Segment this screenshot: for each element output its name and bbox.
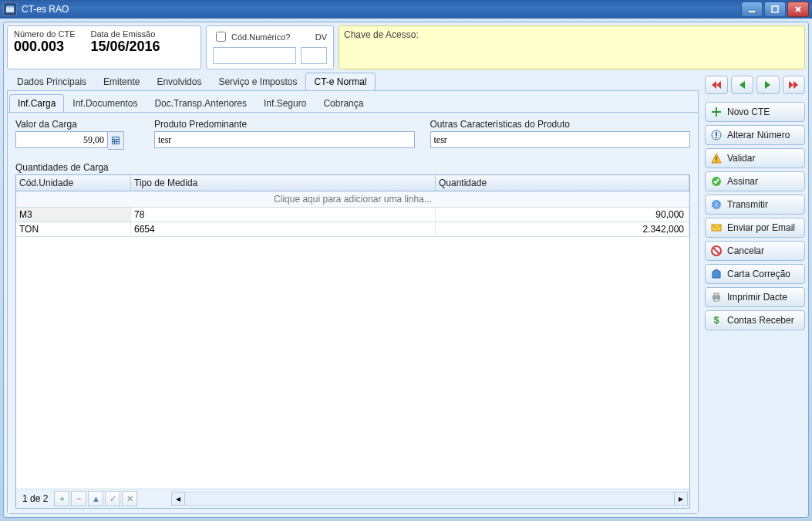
window-title: CT-es RAO [22, 4, 69, 15]
grid-header: Cód.Unidade Tipo de Medida Quantidade [16, 175, 689, 191]
grid-cancel-button[interactable]: ✕ [122, 491, 137, 506]
grid-up-button[interactable]: ▲ [88, 491, 103, 506]
valor-input[interactable] [15, 131, 108, 148]
grid-footer-count: 1 de 2 [18, 493, 52, 504]
side-button-alterar-número[interactable]: Alterar Número [705, 125, 805, 145]
grid: Cód.Unidade Tipo de Medida Quantidade Cl… [15, 174, 690, 509]
tab-main-4[interactable]: CT-e Normal [305, 73, 375, 90]
main-tab-body: Inf.CargaInf.DocumentosDoc.Transp.Anteri… [7, 91, 699, 514]
nav-last-button[interactable] [783, 76, 806, 94]
side-button-validar[interactable]: Validar [705, 148, 805, 168]
side-button-label: Transmitir [727, 199, 800, 210]
dv-label: DV [315, 32, 327, 42]
svg-rect-5 [113, 137, 119, 139]
grid-header-quantidade[interactable]: Quantidade [436, 175, 689, 191]
tab-sub-3[interactable]: Inf.Seguro [255, 94, 315, 112]
tab-main-1[interactable]: Emitente [95, 73, 148, 90]
app-icon [3, 2, 17, 16]
cod-numerico-checkbox[interactable] [216, 32, 226, 42]
svg-rect-0 [7, 7, 14, 12]
sub-tabrow: Inf.CargaInf.DocumentosDoc.Transp.Anteri… [8, 91, 698, 113]
svg-rect-13 [716, 132, 717, 136]
numero-label: Número do CTE [14, 29, 75, 39]
side-button-imprimir-dacte[interactable]: Imprimir Dacte [705, 287, 805, 307]
svg-rect-2 [749, 11, 755, 12]
cell-tipo[interactable]: 78 [131, 208, 436, 222]
client-area: Número do CTE 000.003 Data de Emissão 15… [3, 22, 809, 518]
tab-sub-2[interactable]: Doc.Transp.Anteriores [146, 94, 255, 112]
side-button-assinar[interactable]: Assinar [705, 171, 805, 191]
cod-numerico-label: Cód.Numérico? [231, 32, 290, 42]
warn-icon [710, 152, 723, 164]
cell-unidade[interactable]: TON [16, 222, 131, 236]
money-icon: $ [710, 314, 723, 326]
side-button-carta-correção[interactable]: Carta Correção [705, 264, 805, 284]
tab-main-3[interactable]: Serviço e Impostos [210, 73, 305, 90]
side-button-contas-receber[interactable]: $Contas Receber [705, 310, 805, 330]
side-button-label: Contas Receber [727, 315, 800, 326]
cancel-icon [710, 245, 723, 257]
svg-rect-9 [113, 142, 114, 144]
tab-sub-1[interactable]: Inf.Documentos [64, 94, 146, 112]
printer-icon [710, 291, 723, 303]
svg-rect-22 [714, 293, 719, 296]
grid-header-unidade[interactable]: Cód.Unidade [16, 175, 131, 191]
svg-rect-6 [113, 140, 114, 141]
plus-green-icon [710, 106, 723, 118]
main-area: Dados PrincipaisEmitenteEnvolvidosServiç… [7, 73, 805, 514]
table-row[interactable]: M37890,000 [16, 208, 689, 222]
grid-confirm-button[interactable]: ✓ [105, 491, 120, 506]
svg-rect-14 [716, 137, 717, 138]
valor-label: Valor da Carga [15, 119, 139, 130]
side-button-novo-cte[interactable]: Novo CTE [705, 102, 805, 122]
header-numero-panel: Número do CTE 000.003 Data de Emissão 15… [7, 25, 201, 69]
side-button-transmitir[interactable]: Transmitir [705, 195, 805, 215]
dv-input[interactable] [301, 47, 327, 64]
maximize-button[interactable] [764, 2, 786, 17]
svg-rect-11 [117, 142, 119, 144]
produto-label: Produto Predominante [154, 119, 415, 130]
cod-numerico-input[interactable] [213, 47, 296, 64]
svg-rect-8 [117, 140, 119, 141]
tab-sub-4[interactable]: Cobrança [315, 94, 372, 112]
minimize-button[interactable] [741, 2, 763, 17]
scroll-left-icon[interactable]: ◂ [171, 492, 185, 506]
close-button[interactable] [787, 2, 809, 17]
side-button-enviar-por-email[interactable]: Enviar por Email [705, 218, 805, 238]
nav-first-button[interactable] [705, 76, 728, 94]
calculator-icon[interactable] [108, 131, 124, 150]
cell-quantidade[interactable]: 2.342,000 [436, 222, 689, 236]
doc-icon [710, 268, 723, 280]
cell-tipo[interactable]: 6654 [131, 222, 436, 236]
svg-rect-3 [772, 6, 778, 12]
outras-input[interactable] [430, 131, 691, 148]
grid-body: M37890,000TON66542.342,000 [16, 208, 689, 489]
tab-main-2[interactable]: Envolvidos [148, 73, 210, 90]
grid-remove-button[interactable]: − [71, 491, 86, 506]
cell-quantidade[interactable]: 90,000 [436, 208, 689, 222]
tab-sub-0[interactable]: Inf.Carga [9, 94, 64, 112]
chave-label: Chave de Acesso: [344, 29, 419, 40]
nav-next-button[interactable] [756, 76, 780, 94]
grid-hscrollbar[interactable]: ◂ ▸ [171, 492, 688, 506]
tab-main-0[interactable]: Dados Principais [8, 73, 95, 90]
grid-add-row[interactable]: Clique aqui para adicionar uma linha... [16, 191, 689, 208]
grid-add-button[interactable]: + [54, 491, 69, 506]
grid-title: Quantidades de Carga [15, 162, 690, 173]
svg-rect-15 [716, 157, 717, 160]
side-button-label: Cancelar [727, 245, 800, 256]
check-green-icon [710, 175, 723, 188]
grid-footer: 1 de 2 + − ▲ ✓ ✕ ◂ [16, 489, 689, 508]
table-row[interactable]: TON66542.342,000 [16, 222, 689, 237]
data-emissao-value: 15/06/2016 [90, 39, 160, 55]
side-button-label: Novo CTE [727, 107, 800, 117]
scroll-right-icon[interactable]: ▸ [674, 492, 688, 506]
svg-rect-23 [714, 299, 719, 301]
cell-unidade[interactable]: M3 [16, 208, 131, 222]
produto-input[interactable] [154, 131, 415, 148]
nav-prev-button[interactable] [731, 76, 754, 94]
svg-rect-10 [115, 142, 116, 144]
grid-header-tipo[interactable]: Tipo de Medida [131, 175, 436, 191]
side-button-label: Carta Correção [727, 269, 800, 279]
side-button-cancelar[interactable]: Cancelar [705, 241, 805, 261]
